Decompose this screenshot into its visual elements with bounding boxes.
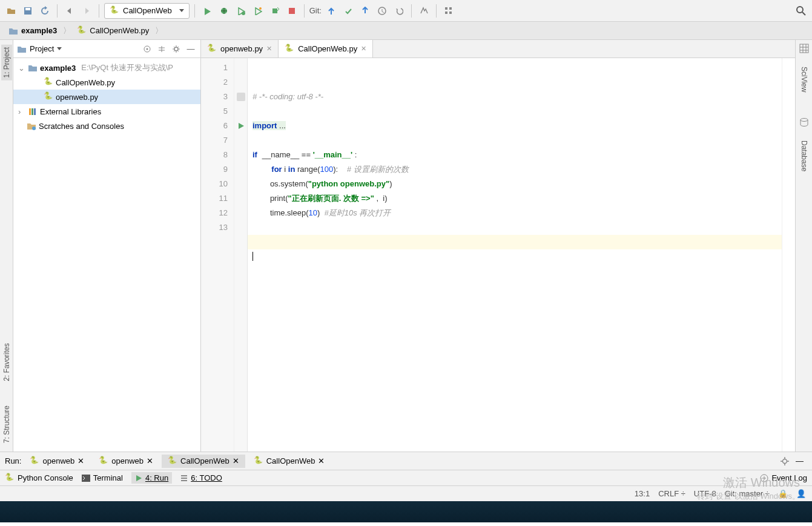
fold-icon[interactable] [234,90,247,104]
code-area[interactable]: # -*- coding: utf-8 -*- import ... if __… [248,58,782,452]
coverage-icon[interactable] [234,4,248,18]
back-icon[interactable] [62,4,77,18]
tree-root-path: E:\PyQt 快速开发与实战\P [81,62,173,73]
code-text: ) [389,179,392,188]
tree-root[interactable]: ⌄ example3 E:\PyQt 快速开发与实战\P [13,61,200,75]
code-text: time.sleep( [253,208,308,217]
expand-icon[interactable]: ⌄ [18,64,25,73]
svg-rect-1 [25,8,30,10]
structure-tab[interactable]: 7: Structure [1,403,12,445]
minimize-icon[interactable]: — [792,456,807,465]
python-console-tab[interactable]: Python Console [5,473,73,483]
favorites-tab[interactable]: 2: Favorites [1,341,12,384]
code-text: print( [253,194,288,203]
run-tab[interactable]: CallOpenWeb✕ [248,455,331,468]
left-tool-gutter: 1: Project 2: Favorites 7: Structure [0,40,13,452]
project-header: Project — [13,40,200,58]
gear-icon[interactable] [170,43,182,55]
run-icon[interactable] [200,4,214,18]
git-commit-icon[interactable] [341,4,355,18]
gear-icon[interactable] [780,456,790,466]
expand-icon[interactable]: › [18,107,25,116]
close-icon[interactable]: ✕ [318,456,325,465]
close-icon[interactable]: ✕ [266,45,272,53]
minimize-icon[interactable]: — [185,43,197,55]
structure-icon[interactable] [441,4,456,18]
tree-file[interactable]: CallOpenWeb.py [13,75,200,90]
editor-tab[interactable]: CallOpenWeb.py ✕ [279,40,373,58]
editor-body[interactable]: 1 2 3 5 6 7 8 9 10 11 12 13 # [201,58,795,452]
git-history-icon[interactable] [375,4,389,18]
encoding[interactable]: UTF-8 [694,489,716,498]
folder-icon [28,64,38,72]
database-icon[interactable] [799,117,809,127]
terminal-tab[interactable]: Terminal [82,473,123,482]
close-icon[interactable]: ✕ [147,456,153,465]
run-label: Run: [5,456,21,465]
sciview-tab[interactable]: SciView [799,64,810,94]
close-icon[interactable]: ✕ [233,456,239,465]
run-config-selector[interactable]: CallOpenWeb [104,3,190,19]
project-tree: ⌄ example3 E:\PyQt 快速开发与实战\P CallOpenWeb… [13,58,200,452]
svg-rect-23 [82,475,90,482]
tree-root-label: example3 [40,64,76,73]
git-update-icon[interactable] [324,4,338,18]
svg-point-12 [797,7,803,13]
stop-icon[interactable] [285,4,299,18]
git-push-icon[interactable] [358,4,372,18]
attach-icon[interactable] [268,4,282,18]
gutter-icons [234,58,248,452]
breadcrumb-file-label: CallOpenWeb.py [90,26,149,35]
user-icon[interactable]: 👤 [796,489,806,498]
run-tab[interactable]: CallOpenWeb✕ [162,455,245,468]
run-gutter-icon[interactable] [234,119,247,133]
tab-label: Terminal [93,473,123,482]
line-number: 10 [201,177,228,191]
save-icon[interactable] [21,4,35,18]
close-icon[interactable]: ✕ [78,456,84,465]
git-rollback-icon[interactable] [392,4,406,18]
tree-external[interactable]: › External Libraries [13,104,200,119]
tree-scratches[interactable]: Scratches and Consoles [13,119,200,133]
search-icon[interactable] [794,4,808,18]
breadcrumb-root-label: example3 [21,26,57,35]
cursor-position[interactable]: 13:1 [635,489,650,498]
grid-icon[interactable] [799,44,809,53]
breadcrumb-file[interactable]: CallOpenWeb.py [72,25,154,37]
lock-icon[interactable]: 🔒 [778,489,788,498]
dropdown-icon [57,47,62,50]
project-title[interactable]: Project [17,44,139,53]
locate-icon[interactable] [141,43,153,55]
run-tab[interactable]: openweb✕ [24,455,90,468]
python-icon [44,92,53,102]
code-string: '__main__' [313,150,352,159]
scratch-icon [27,122,36,130]
event-log-tab[interactable]: Event Log [760,473,807,482]
git-branch[interactable]: Git: master ÷ [725,489,770,498]
project-tab[interactable]: 1: Project [1,45,12,81]
collapse-icon[interactable] [156,43,168,55]
code-string: "python openweb.py" [308,179,389,188]
run-tab[interactable]: openweb✕ [93,455,159,468]
project-title-label: Project [30,44,54,53]
open-icon[interactable] [4,4,18,18]
database-tab[interactable]: Database [799,138,810,174]
python-icon [44,77,53,87]
code-comment: # -*- coding: utf-8 -*- [253,92,323,101]
settings-icon[interactable] [417,4,431,18]
editor-tab[interactable]: openweb.py ✕ [201,40,279,58]
svg-rect-11 [449,12,452,14]
run-tab-label: CallOpenWeb [180,456,229,465]
line-ending[interactable]: CRLF ÷ [658,489,685,498]
svg-point-15 [174,47,178,51]
forward-icon[interactable] [79,4,94,18]
breadcrumb-root[interactable]: example3 [4,25,62,36]
run-tab[interactable]: 4: Run [131,472,172,484]
close-icon[interactable]: ✕ [361,45,366,53]
refresh-icon[interactable] [38,4,52,18]
tab-label: 6: TODO [191,473,222,482]
profile-icon[interactable] [251,4,265,18]
debug-icon[interactable] [217,4,231,18]
todo-tab[interactable]: 6: TODO [180,473,222,482]
tree-file[interactable]: openweb.py [13,90,200,104]
